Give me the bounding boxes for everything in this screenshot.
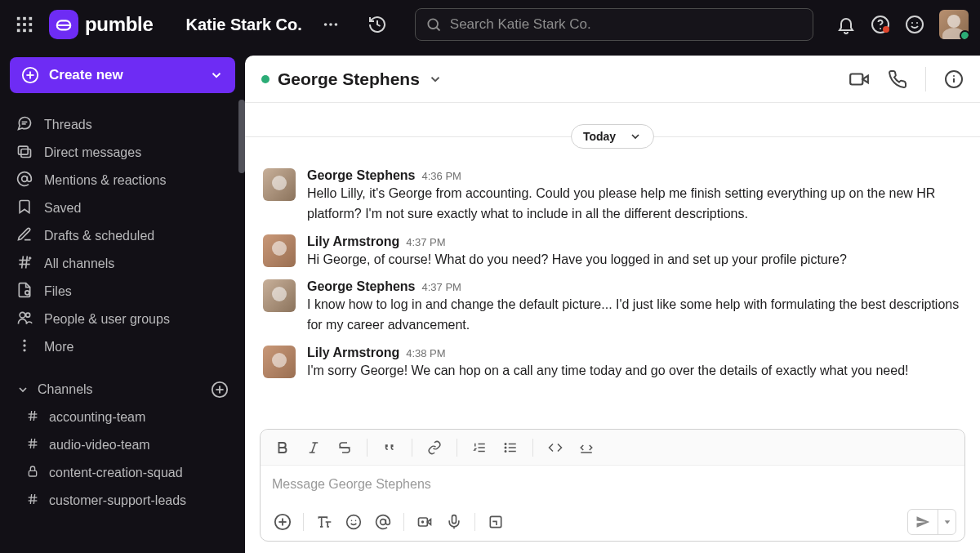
message-author[interactable]: Lily Armstrong xyxy=(307,346,399,360)
user-avatar[interactable] xyxy=(939,10,969,39)
workspace-name[interactable]: Katie Stark Co. xyxy=(186,16,302,34)
message: Lily Armstrong4:37 PMHi George, of cours… xyxy=(245,230,980,275)
record-audio-button[interactable] xyxy=(440,508,468,536)
message-avatar[interactable] xyxy=(263,234,296,267)
svg-rect-7 xyxy=(23,29,26,33)
audio-call-icon[interactable] xyxy=(888,69,907,89)
ordered-list-button[interactable] xyxy=(466,434,493,462)
svg-rect-2 xyxy=(29,17,33,20)
brand-logo[interactable]: pumble xyxy=(49,10,154,39)
sidebar-nav-mentions-reactions[interactable]: Mentions & reactions xyxy=(10,167,235,194)
sidebar-nav-files[interactable]: Files xyxy=(10,278,235,305)
message: George Stephens4:37 PMI know how to log … xyxy=(245,274,980,341)
message-composer xyxy=(260,429,965,542)
channel-customer-support-leads[interactable]: customer-support-leads xyxy=(10,487,235,515)
message-time: 4:36 PM xyxy=(421,170,461,182)
message-avatar[interactable] xyxy=(263,168,296,201)
sidebar-nav-more[interactable]: More xyxy=(10,333,235,361)
svg-point-12 xyxy=(329,23,332,26)
svg-point-28 xyxy=(22,176,28,182)
sidebar: Create new ThreadsDirect messagesMention… xyxy=(0,49,245,553)
help-icon[interactable] xyxy=(871,15,890,34)
message-text: Hello Lilly, it's George from accounting… xyxy=(307,184,962,225)
svg-point-11 xyxy=(324,23,327,26)
search-bar[interactable] xyxy=(415,8,813,41)
attach-button[interactable] xyxy=(269,508,296,536)
nav-label: People & user groups xyxy=(44,312,170,327)
svg-line-65 xyxy=(312,443,316,453)
channel-label: audio-video-team xyxy=(49,438,150,453)
nav-icon xyxy=(16,115,33,135)
message-input[interactable] xyxy=(272,477,953,492)
bold-button[interactable] xyxy=(269,434,296,462)
nav-icon xyxy=(16,198,33,218)
sidebar-nav-people-user-groups[interactable]: People & user groups xyxy=(10,305,235,333)
svg-point-13 xyxy=(334,23,337,26)
nav-icon xyxy=(16,143,33,163)
sidebar-nav-all-channels[interactable]: All channels xyxy=(10,250,235,278)
info-icon[interactable] xyxy=(944,69,964,89)
message-author[interactable]: Lily Armstrong xyxy=(307,234,399,249)
quote-button[interactable] xyxy=(376,434,403,462)
presence-indicator xyxy=(960,30,969,39)
nav-label: Mentions & reactions xyxy=(44,173,166,188)
nav-icon xyxy=(16,337,33,357)
message-author[interactable]: George Stephens xyxy=(307,279,415,294)
nav-icon xyxy=(16,171,33,190)
channel-accounting-team[interactable]: accounting-team xyxy=(10,404,235,431)
svg-point-81 xyxy=(351,520,353,522)
video-call-icon[interactable] xyxy=(849,69,870,90)
nav-label: All channels xyxy=(44,256,114,271)
link-button[interactable] xyxy=(421,434,448,462)
brand-name: pumble xyxy=(85,13,154,36)
help-notification-dot xyxy=(883,26,889,33)
workspace-more-icon[interactable] xyxy=(322,16,340,33)
code-button[interactable] xyxy=(541,434,569,462)
code-block-button[interactable] xyxy=(572,434,600,462)
svg-point-39 xyxy=(23,340,25,342)
message-author[interactable]: George Stephens xyxy=(307,168,415,183)
svg-rect-4 xyxy=(23,23,26,26)
chat-title-button[interactable]: George Stephens xyxy=(261,69,443,89)
sidebar-scrollbar[interactable] xyxy=(238,100,245,173)
create-new-button[interactable]: Create new xyxy=(10,57,235,93)
channel-label: content-creation-squad xyxy=(49,466,183,480)
nav-icon xyxy=(16,226,33,246)
svg-line-31 xyxy=(22,256,24,269)
message-avatar[interactable] xyxy=(263,279,296,312)
svg-point-86 xyxy=(421,520,424,523)
emoji-button[interactable] xyxy=(340,508,368,536)
svg-line-32 xyxy=(26,256,28,269)
emoji-icon[interactable] xyxy=(905,15,924,34)
svg-line-48 xyxy=(33,411,34,421)
mention-button[interactable] xyxy=(369,508,397,536)
sidebar-nav-threads[interactable]: Threads xyxy=(10,111,235,139)
history-icon[interactable] xyxy=(368,15,387,34)
channel-audio-video-team[interactable]: audio-video-team xyxy=(10,431,235,459)
svg-line-36 xyxy=(29,294,30,296)
svg-point-37 xyxy=(20,312,25,318)
add-channel-icon[interactable] xyxy=(211,381,229,399)
svg-point-62 xyxy=(953,75,955,77)
shortcuts-button[interactable] xyxy=(482,508,510,536)
notifications-icon[interactable] xyxy=(836,15,856,34)
send-button[interactable] xyxy=(907,509,956,535)
record-video-button[interactable] xyxy=(411,508,439,536)
apps-grid-icon[interactable] xyxy=(11,11,38,38)
send-options-button[interactable] xyxy=(938,510,956,534)
sidebar-nav-saved[interactable]: Saved xyxy=(10,194,235,222)
sidebar-nav-direct-messages[interactable]: Direct messages xyxy=(10,139,235,167)
message-avatar[interactable] xyxy=(263,346,296,378)
bullet-list-button[interactable] xyxy=(497,434,524,462)
date-pill[interactable]: Today xyxy=(571,124,654,149)
svg-rect-27 xyxy=(21,149,31,158)
search-input[interactable] xyxy=(450,16,803,33)
channel-content-creation-squad[interactable]: content-creation-squad xyxy=(10,459,235,487)
strikethrough-button[interactable] xyxy=(331,434,359,462)
text-format-button[interactable] xyxy=(310,508,338,536)
channels-section-header[interactable]: Channels xyxy=(10,376,235,404)
svg-point-19 xyxy=(911,22,913,24)
sidebar-nav-drafts-scheduled[interactable]: Drafts & scheduled xyxy=(10,222,235,250)
italic-button[interactable] xyxy=(300,434,327,462)
nav-label: More xyxy=(44,340,74,355)
